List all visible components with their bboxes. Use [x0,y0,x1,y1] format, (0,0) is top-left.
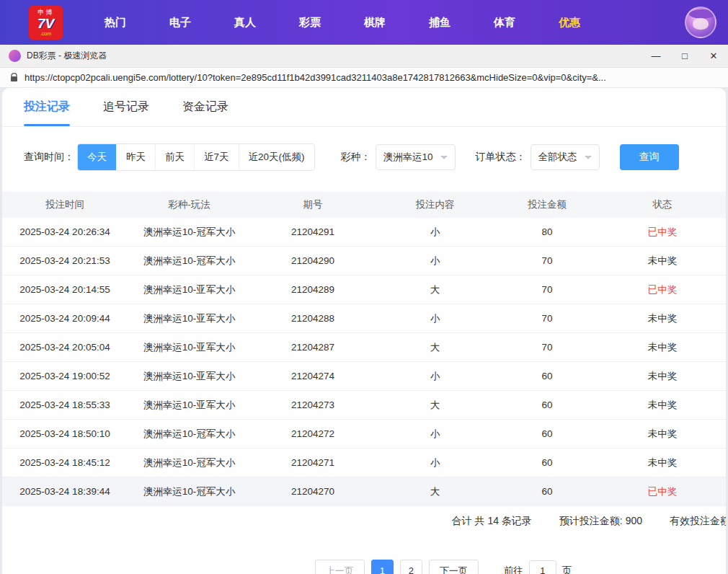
nav-item-hot[interactable]: 热门 [83,9,148,37]
cell-issue: 21204288 [251,304,375,332]
page-button-2[interactable]: 2 [400,560,422,574]
cell-bet-time: 2025-03-24 20:21:53 [2,247,128,275]
cell-bet-amount: 60 [495,362,599,390]
cell-game-play: 澳洲幸运10-亚军大小 [128,391,251,419]
cell-bet-amount: 60 [495,449,599,477]
time-option-yesterday[interactable]: 昨天 [116,144,155,170]
nav-item-fishing[interactable]: 捕鱼 [407,9,472,37]
lottery-select-value: 澳洲幸运10 [383,151,433,164]
nav-item-electronic[interactable]: 电子 [148,9,213,37]
window-title: DB彩票 - 极速浏览器 [27,50,107,62]
prev-page-button[interactable]: 上一页 [315,560,365,574]
table-row: 2025-03-24 20:05:04 澳洲幸运10-亚军大小 21204287… [2,333,726,362]
nav-item-lottery[interactable]: 彩票 [278,9,342,37]
tab-chase-records[interactable]: 追号记录 [103,88,149,126]
cell-bet-time: 2025-03-24 18:55:33 [2,391,128,419]
status-badge: 未中奖 [599,333,726,361]
cell-issue: 21204290 [251,247,375,275]
lottery-records-panel: 投注记录 追号记录 资金记录 查询时间： 今天 昨天 前天 近7天 近20天(低… [2,88,726,574]
cell-bet-time: 2025-03-24 18:39:44 [2,477,128,505]
summary-bar: 合计 共 14 条记录 预计投注金额: 900 有效投注金额 [2,506,726,537]
page-button-1[interactable]: 1 [371,560,394,574]
cell-bet-amount: 70 [495,275,599,304]
table-row: 2025-03-24 20:26:34 澳洲幸运10-冠军大小 21204291… [2,218,726,247]
cell-issue: 21204270 [251,477,375,505]
cell-bet-amount: 70 [495,304,599,332]
cell-bet-content: 小 [375,362,495,390]
table-row: 2025-03-24 20:14:55 澳洲幸运10-亚军大小 21204289… [2,275,726,304]
cell-game-play: 澳洲幸运10-冠军大小 [128,247,251,275]
time-option-day-before[interactable]: 前天 [155,144,194,170]
minimize-button[interactable]: — [642,45,670,67]
cell-bet-time: 2025-03-24 18:45:12 [2,449,128,477]
nav-item-promotions[interactable]: 优惠 [537,9,602,37]
nav-item-sports[interactable]: 体育 [472,9,537,37]
status-badge: 未中奖 [599,362,726,390]
header-game-play: 彩种-玩法 [128,192,251,218]
goto-page-group: 前往 页 [504,560,572,574]
header-bet-amount: 投注金额 [495,192,599,218]
tab-fund-records[interactable]: 资金记录 [182,88,228,126]
user-avatar[interactable] [685,6,716,38]
status-badge: 未中奖 [599,420,726,448]
cell-game-play: 澳洲幸运10-亚军大小 [128,275,251,304]
maximize-button[interactable]: □ [670,45,699,67]
cell-game-play: 澳洲幸运10-冠军大小 [128,420,251,448]
next-page-button[interactable]: 下一页 [429,560,479,574]
cell-issue: 21204272 [251,420,375,448]
window-controls: — □ ✕ [642,45,728,67]
cell-bet-amount: 60 [495,477,599,505]
cell-bet-amount: 70 [495,247,599,275]
lottery-select[interactable]: 澳洲幸运10 [376,144,456,170]
pagination: 上一页 1 2 下一页 前往 页 [2,560,726,574]
summary-total-records: 合计 共 14 条记录 [452,515,532,528]
table-row: 2025-03-24 18:55:33 澳洲幸运10-亚军大小 21204273… [2,391,726,420]
address-bar[interactable]: https://ctopcp02pcali.uengi5e.com/lotter… [0,68,728,88]
cell-bet-amount: 60 [495,420,599,448]
browser-favicon-icon [9,50,21,62]
table-row: 2025-03-24 20:09:44 澳洲幸运10-亚军大小 21204288… [2,304,726,333]
cell-game-play: 澳洲幸运10-亚军大小 [128,304,251,332]
tab-bet-records[interactable]: 投注记录 [24,88,70,126]
table-row: 2025-03-24 18:50:10 澳洲幸运10-冠军大小 21204272… [2,420,726,449]
close-button[interactable]: ✕ [699,45,728,67]
time-filter-group: 今天 昨天 前天 近7天 近20天(低频) [77,144,315,171]
cell-game-play: 澳洲幸运10-冠军大小 [128,218,251,246]
summary-valid-amount: 有效投注金额 [670,515,726,528]
status-badge: 未中奖 [599,449,726,477]
cell-game-play: 澳洲幸运10-亚军大小 [128,333,251,361]
site-logo[interactable]: 申博 7V .com [29,6,63,40]
nav-item-live[interactable]: 真人 [213,9,278,37]
chevron-down-icon [440,156,448,159]
lottery-filter-label: 彩种： [341,151,371,164]
lock-icon [10,73,18,82]
cell-bet-time: 2025-03-24 20:14:55 [2,275,128,304]
cell-bet-time: 2025-03-24 20:05:04 [2,333,128,361]
search-button[interactable]: 查询 [620,144,679,170]
time-option-20days[interactable]: 近20天(低频) [239,144,314,170]
time-option-today[interactable]: 今天 [78,144,116,170]
goto-unit-label: 页 [562,565,572,574]
cell-bet-content: 大 [375,477,495,505]
time-option-7days[interactable]: 近7天 [194,144,239,170]
header-issue: 期号 [251,192,375,218]
bet-records-table: 投注时间 彩种-玩法 期号 投注内容 投注金额 状态 2025-03-24 20… [2,192,726,506]
order-status-select[interactable]: 全部状态 [531,144,600,170]
nav-item-board-games[interactable]: 棋牌 [342,9,407,37]
cell-bet-content: 小 [375,304,495,332]
status-badge: 已中奖 [599,275,726,304]
header-bet-time: 投注时间 [2,192,128,218]
status-filter-label: 订单状态： [476,151,526,164]
cell-issue: 21204291 [251,218,375,246]
filter-bar: 查询时间： 今天 昨天 前天 近7天 近20天(低频) 彩种： 澳洲幸运10 订… [2,127,726,186]
logo-text-main: 7V [37,17,54,30]
status-badge: 未中奖 [599,247,726,275]
status-badge: 未中奖 [599,304,726,332]
table-header-row: 投注时间 彩种-玩法 期号 投注内容 投注金额 状态 [2,192,726,218]
cell-bet-amount: 60 [495,391,599,419]
summary-expected-amount: 预计投注金额: 900 [559,515,642,528]
goto-page-input[interactable] [529,560,556,574]
cell-bet-content: 大 [375,333,495,361]
goto-label: 前往 [504,565,523,574]
table-row: 2025-03-24 19:00:52 澳洲幸运10-亚军大小 21204274… [2,362,726,391]
